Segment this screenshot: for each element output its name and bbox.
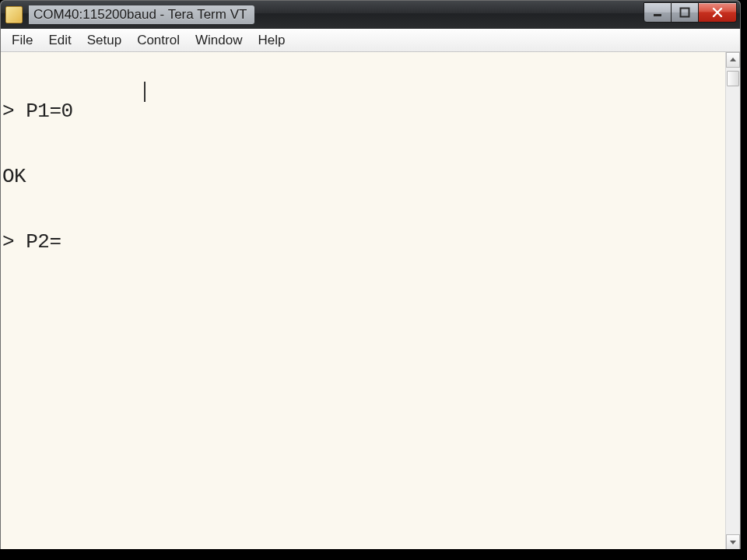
maximize-button[interactable]	[672, 2, 699, 23]
menu-help[interactable]: Help	[250, 31, 293, 50]
terminal-line: OK	[2, 166, 724, 187]
menu-file[interactable]: File	[4, 31, 40, 50]
close-button[interactable]	[699, 2, 737, 23]
terminal-line: > P2=	[2, 231, 724, 253]
menu-window[interactable]: Window	[188, 31, 250, 50]
minimize-button[interactable]	[644, 2, 672, 23]
terminal-line: > P1=0	[2, 100, 724, 122]
terminal[interactable]: > P1=0 OK > P2=	[1, 52, 725, 550]
vertical-scrollbar[interactable]	[725, 52, 740, 550]
svg-rect-0	[654, 14, 661, 16]
scrollbar-track[interactable]	[726, 68, 740, 534]
chevron-down-icon	[729, 538, 737, 546]
maximize-icon	[679, 7, 690, 18]
minimize-icon	[652, 7, 663, 18]
client-area: > P1=0 OK > P2=	[1, 52, 740, 550]
scroll-down-button[interactable]	[726, 534, 740, 550]
window-controls	[644, 2, 737, 23]
text-cursor-icon	[144, 82, 146, 102]
menu-control[interactable]: Control	[129, 31, 188, 50]
menubar: File Edit Setup Control Window Help	[1, 29, 740, 52]
app-icon	[5, 6, 23, 23]
window-title: COM40:115200baud - Tera Term VT	[29, 5, 254, 24]
svg-rect-1	[681, 9, 689, 17]
menu-edit[interactable]: Edit	[40, 31, 79, 50]
chevron-up-icon	[729, 56, 737, 64]
titlebar[interactable]: COM40:115200baud - Tera Term VT	[1, 1, 740, 29]
menu-setup[interactable]: Setup	[79, 31, 129, 50]
application-window: COM40:115200baud - Tera Term VT File Edi…	[0, 0, 741, 551]
scrollbar-thumb[interactable]	[727, 71, 739, 86]
close-icon	[711, 6, 724, 19]
letterbox	[0, 549, 747, 560]
scroll-up-button[interactable]	[726, 52, 740, 68]
